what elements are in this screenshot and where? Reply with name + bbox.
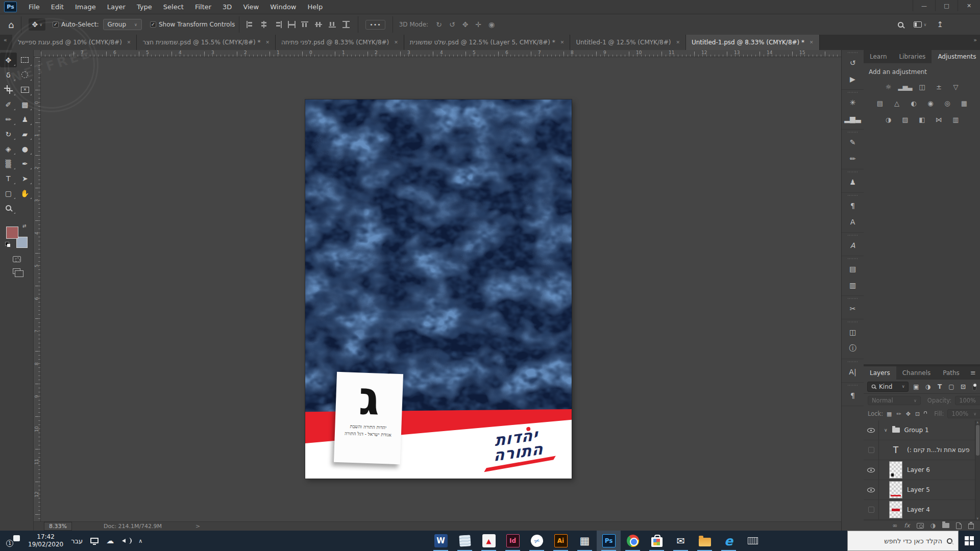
scrollbar-thumb[interactable] [976,425,979,456]
brush-settings-icon[interactable]: ✎ [842,134,864,151]
black-white-icon[interactable]: ◐ [908,98,920,108]
panel-tab-adjustments[interactable]: Adjustments [932,50,980,63]
filter-smart-object-icon[interactable]: ⊡ [959,383,968,390]
layer-row[interactable]: Layer 5 [864,480,980,500]
taskbar-app-acrobat[interactable]: ▲ [477,531,501,551]
color-balance-icon[interactable]: △ [891,98,903,108]
filter-toggle-switch[interactable] [972,383,976,391]
panel-tab-layers[interactable]: Layers [864,366,896,380]
frame-tool[interactable] [17,82,34,97]
menu-image[interactable]: Image [69,0,102,14]
paragraph-styles-icon[interactable]: ¶ [842,197,864,214]
3d-pan-icon[interactable]: ✥ [462,20,469,29]
add-mask-icon[interactable] [917,523,924,529]
taskbar-app-word[interactable]: W [429,531,453,551]
lasso-tool[interactable]: δ [0,67,17,82]
eraser-tool[interactable]: ▰ [17,127,34,141]
levels-icon[interactable]: ▂▅▃ [899,82,911,92]
visibility-eye-icon[interactable] [867,468,875,472]
menu-edit[interactable]: Edit [45,0,69,14]
notes-icon[interactable]: ▥ [842,277,864,293]
collapse-dock-icon[interactable]: « [4,37,7,43]
layer-name[interactable]: Layer 6 [907,466,930,473]
lock-artboard-icon[interactable]: ⊡ [915,411,920,417]
layer-name[interactable]: Layer 4 [907,506,930,513]
new-layer-icon[interactable] [956,522,962,529]
more-options-icon[interactable]: ••• [365,20,385,30]
lock-pixels-icon[interactable]: ✏ [897,411,901,417]
3d-icon[interactable]: ◫ [842,324,864,340]
taskbar-clock[interactable]: 17:42 19/02/2020 [28,533,63,548]
document-tab[interactable]: שמשונית חצר.psd @ 15.5% (CMYK/8#) * ✕ [137,35,276,50]
layer-row[interactable]: Layer 6 [864,460,980,480]
taskbar-app-illustrator[interactable]: Ai [549,531,573,551]
zoom-tool[interactable] [0,201,17,215]
taskbar-app-indesign[interactable]: Id [501,531,525,551]
3d-slide-icon[interactable]: ✛ [475,20,481,29]
info-icon[interactable]: ⓘ [842,340,864,357]
delete-layer-icon[interactable] [968,522,974,529]
shape-tool[interactable]: ▢ [0,186,17,201]
panel-tab-paths[interactable]: Paths [937,366,966,380]
taskbar-app-file-explorer[interactable] [693,531,717,551]
histogram-icon[interactable]: ▂▆▃ [842,111,864,127]
clone-stamp-tool[interactable]: ♟ [17,112,34,127]
lock-transparency-icon[interactable]: ▦ [887,411,892,417]
layer-thumbnail[interactable] [889,501,902,518]
tab-close-icon[interactable]: ✕ [265,40,270,45]
swap-colors-icon[interactable]: ⇄ [22,223,27,229]
panel-tab-learn[interactable]: Learn [864,50,893,63]
layer-style-icon[interactable]: fx [904,522,910,529]
exposure-icon[interactable]: ± [933,82,945,92]
hand-tool[interactable]: ✋ [17,186,34,201]
crop-tool[interactable] [0,82,17,97]
panel-tab-channels[interactable]: Channels [896,366,937,380]
panel-tab-libraries[interactable]: Libraries [893,50,932,63]
maximize-button[interactable]: □ [935,0,958,11]
invert-icon[interactable]: ◑ [882,114,894,124]
posterize-icon[interactable]: ▨ [899,114,911,124]
volume-icon[interactable] [121,537,131,544]
menu-3d[interactable]: 3D [217,0,237,14]
move-tool[interactable]: ✥ [0,53,17,67]
document-tab[interactable]: לפני פתיחה.psd @ 8.33% (CMYK/8#) ✕ [276,35,404,50]
home-icon[interactable]: ⌂ [8,19,14,30]
document-tab[interactable]: Untitled-1 @ 12.5% (CMYK/8#) ✕ [570,35,686,50]
taskbar-app-microsoft-store[interactable] [645,531,669,551]
action-center-icon[interactable]: 1 [6,535,20,547]
quick-selection-tool[interactable] [17,67,34,82]
zoom-level-field[interactable]: 8.33% [44,522,72,531]
tray-expand-icon[interactable]: ∧ [138,538,142,544]
text-layer-thumbnail[interactable]: T [889,445,902,455]
distribute-horizontal-icon[interactable] [287,21,296,28]
filter-shape-icon[interactable]: ▢ [947,383,956,390]
share-icon[interactable]: ↥ [937,20,943,29]
pen-tool[interactable]: ✒ [17,156,34,171]
panel-menu-icon[interactable]: ≡ [966,366,980,380]
actions-icon[interactable]: ▶ [842,71,864,87]
document-tab[interactable]: עוגת ספיישל.psd @ 10% (CMYK/8#) ✕ [12,35,137,50]
color-wheel-icon[interactable]: ✳ [842,94,864,111]
quick-mask-button[interactable] [13,256,21,262]
path-selection-tool[interactable]: ➤ [17,171,34,186]
3d-camera-icon[interactable]: ◉ [488,20,495,29]
close-button[interactable]: ✕ [958,0,980,11]
align-right-edges-icon[interactable] [274,21,282,28]
brightness-contrast-icon[interactable]: ☼ [882,82,894,92]
collapse-panels-icon[interactable]: » [973,37,977,43]
align-vertical-centers-icon[interactable] [315,21,324,28]
3d-roll-icon[interactable]: ↺ [449,20,455,29]
layer-thumbnail[interactable] [889,461,902,479]
new-adjustment-layer-icon[interactable]: ◑ [930,522,936,529]
eyedropper-tool[interactable]: ✐ [0,97,17,112]
canvas-area[interactable]: ג יהדות התורה והשבת אגודת ישראל - דגל הת… [41,57,841,521]
rectangular-marquee-tool[interactable] [17,53,34,67]
channel-mixer-icon[interactable]: ◎ [941,98,953,108]
new-group-icon[interactable] [942,523,949,528]
threshold-icon[interactable]: ◧ [916,114,928,124]
layer-name[interactable]: פעם אחת ול...ת קיום :) [907,446,970,454]
tab-close-icon[interactable]: ✕ [394,40,398,45]
tab-close-icon[interactable]: ✕ [560,40,565,45]
layer-row[interactable]: Layer 4 [864,500,980,520]
visibility-eye-icon[interactable] [867,428,875,433]
